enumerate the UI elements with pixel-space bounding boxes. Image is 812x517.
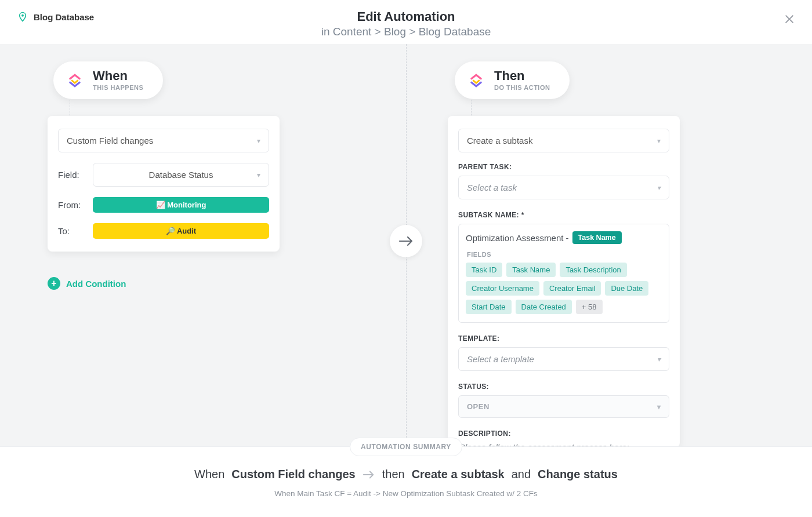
- field-tag[interactable]: Due Date: [605, 281, 648, 296]
- parent-task-dropdown[interactable]: Select a task ▾: [458, 176, 669, 199]
- parent-task-placeholder: Select a task: [467, 183, 517, 192]
- summary-action-2: Change status: [538, 468, 618, 481]
- flow-arrow: [390, 225, 422, 257]
- field-tag[interactable]: Creator Username: [466, 281, 539, 296]
- trigger-panel: Custom Field changes ▾ Field: Database S…: [48, 116, 280, 252]
- database-name: Blog Database: [34, 12, 94, 22]
- breadcrumb-seg-1[interactable]: Blog: [384, 26, 406, 38]
- breadcrumb-seg-0[interactable]: Content: [333, 26, 372, 38]
- action-type-value: Create a subtask: [467, 136, 532, 145]
- then-subtitle: DO THIS ACTION: [494, 84, 550, 91]
- status-dropdown[interactable]: OPEN ▾: [458, 395, 669, 418]
- location-pin-icon: [17, 12, 28, 22]
- to-value-text: Audit: [177, 227, 196, 235]
- field-tag[interactable]: Task Name: [506, 263, 556, 277]
- template-dropdown[interactable]: Select a template ▾: [458, 347, 669, 371]
- description-label: DESCRIPTION:: [458, 429, 669, 438]
- then-header: Then DO THIS ACTION: [455, 61, 570, 99]
- summary-description: When Main Task CF = Audit -> New Optimiz…: [0, 489, 812, 498]
- automation-canvas: When THIS HAPPENS Then DO THIS ACTION Cu…: [0, 44, 812, 446]
- summary-and: and: [512, 468, 531, 481]
- summary-action-1: Create a subtask: [412, 468, 505, 481]
- chevron-down-icon: ▾: [257, 137, 260, 145]
- chevron-down-icon: ▾: [657, 137, 661, 145]
- subtask-name-text: Optimization Assessment -: [466, 233, 569, 243]
- summary-line: When Custom Field changes then Create a …: [0, 468, 812, 481]
- task-name-variable-chip[interactable]: Task Name: [572, 231, 622, 244]
- automation-summary-footer: AUTOMATION SUMMARY When Custom Field cha…: [0, 446, 812, 517]
- field-tag[interactable]: Creator Email: [543, 281, 601, 296]
- plus-icon: +: [48, 277, 60, 290]
- field-value: Database Status: [149, 170, 213, 180]
- chevron-down-icon: ▾: [657, 355, 661, 363]
- close-icon[interactable]: [783, 13, 796, 26]
- action-panel: Create a subtask ▾ PARENT TASK: Select a…: [448, 116, 680, 447]
- status-label: STATUS:: [458, 383, 669, 391]
- more-fields-tag[interactable]: + 58: [576, 300, 603, 314]
- magnifier-icon: 🔎: [166, 227, 175, 235]
- template-label: TEMPLATE:: [458, 334, 669, 343]
- from-value-text: Monitoring: [167, 201, 206, 209]
- summary-trigger: Custom Field changes: [231, 468, 355, 481]
- when-title: When: [93, 70, 143, 82]
- action-type-dropdown[interactable]: Create a subtask ▾: [458, 129, 669, 152]
- field-dropdown[interactable]: Database Status ▾: [93, 163, 269, 187]
- breadcrumb: in Content > Blog > Blog Database: [321, 26, 491, 38]
- chevron-down-icon: ▾: [657, 184, 661, 192]
- add-condition-label: Add Condition: [66, 279, 126, 289]
- database-label: Blog Database: [17, 12, 94, 22]
- field-tags-container: Task ID Task Name Task Description Creat…: [466, 263, 662, 314]
- title-block: Edit Automation in Content > Blog > Blog…: [321, 9, 491, 38]
- parent-task-label: PARENT TASK:: [458, 163, 669, 171]
- summary-pill: AUTOMATION SUMMARY: [350, 438, 462, 456]
- status-value: OPEN: [467, 402, 490, 411]
- chevron-down-icon: ▾: [257, 171, 260, 179]
- then-title: Then: [494, 70, 550, 82]
- chevron-down-icon: ▾: [657, 403, 661, 411]
- add-condition-button[interactable]: + Add Condition: [48, 277, 126, 290]
- breadcrumb-seg-2[interactable]: Blog Database: [419, 26, 491, 38]
- field-tag[interactable]: Date Created: [516, 300, 572, 314]
- summary-then: then: [382, 468, 405, 481]
- trigger-type-value: Custom Field changes: [67, 136, 153, 145]
- field-tag[interactable]: Start Date: [466, 300, 512, 314]
- template-placeholder: Select a template: [467, 354, 534, 364]
- modal-header: Blog Database Edit Automation in Content…: [0, 0, 812, 44]
- clickup-logo-icon: [466, 71, 486, 90]
- subtask-name-input[interactable]: Optimization Assessment - Task Name FIEL…: [458, 224, 669, 323]
- when-subtitle: THIS HAPPENS: [93, 84, 143, 91]
- subtask-name-label: SUBTASK NAME: *: [458, 211, 669, 219]
- when-header: When THIS HAPPENS: [53, 61, 163, 99]
- breadcrumb-prefix: in: [321, 26, 333, 38]
- svg-point-0: [21, 14, 24, 17]
- field-label: Field:: [58, 170, 85, 180]
- clickup-logo-icon: [65, 71, 85, 90]
- arrow-right-icon: [362, 470, 375, 479]
- fields-header: FIELDS: [467, 251, 662, 258]
- trigger-type-dropdown[interactable]: Custom Field changes ▾: [58, 129, 269, 152]
- field-tag[interactable]: Task Description: [560, 263, 626, 277]
- to-value-badge[interactable]: 🔎 Audit: [93, 223, 269, 239]
- field-tag[interactable]: Task ID: [466, 263, 502, 277]
- to-label: To:: [58, 226, 85, 236]
- from-value-badge[interactable]: 📈 Monitoring: [93, 197, 269, 213]
- page-title: Edit Automation: [321, 9, 491, 24]
- summary-when: When: [194, 468, 224, 481]
- from-label: From:: [58, 200, 85, 210]
- chart-icon: 📈: [156, 201, 165, 209]
